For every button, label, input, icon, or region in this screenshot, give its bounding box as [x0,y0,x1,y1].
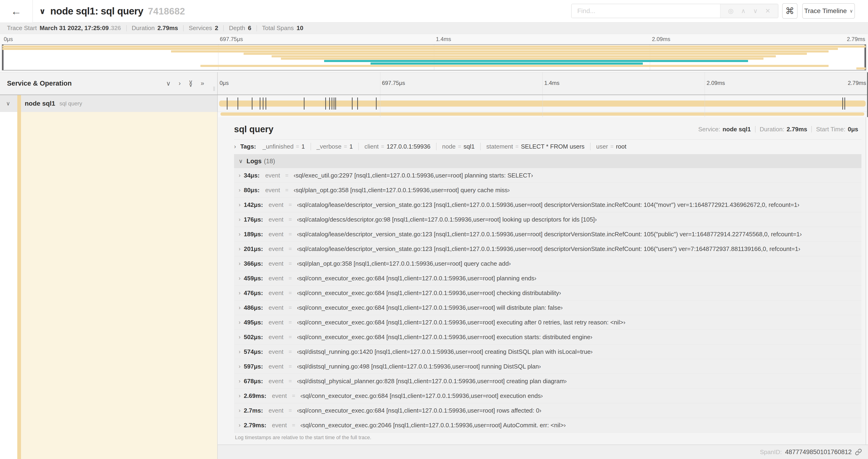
chevron-right-icon[interactable]: › [239,349,241,355]
minimap-span-bar [856,67,866,69]
collapse-trace-icon[interactable]: ∨ [39,6,46,16]
chevron-right-icon[interactable]: › [239,217,241,223]
minimap-canvas[interactable] [2,44,866,70]
log-row[interactable]: ›459μs:event=‹sql/conn_executor_exec.go:… [234,271,862,286]
log-timestamp: 495μs: [244,319,263,326]
detail-left-highlight-column [21,112,218,459]
log-marker-tick[interactable] [842,97,843,110]
log-timestamp: 678μs: [244,378,263,385]
span-row-node-sql1[interactable]: ∨ node sql1 sql query [0,95,868,112]
log-row[interactable]: ›189μs:event=‹sql/catalog/lease/descript… [234,227,862,242]
log-timestamp: 80μs: [244,187,260,194]
chevron-right-icon[interactable]: › [239,290,241,296]
log-row[interactable]: ›80μs:event=‹sql/plan_opt.go:358 [nsql1,… [234,183,862,198]
log-row[interactable]: ›2.69ms:event=‹sql/conn_executor_exec.go… [234,389,862,403]
expand-all-icon[interactable]: » [201,80,204,87]
log-marker-tick[interactable] [260,97,260,110]
expand-one-icon[interactable]: › [179,80,181,87]
minimap-right-drag-handle[interactable] [865,45,866,70]
log-marker-tick[interactable] [227,97,227,110]
collapse-one-icon[interactable]: ∨ [166,80,171,87]
link-icon[interactable] [855,449,862,456]
log-row[interactable]: ›366μs:event=‹sql/plan_opt.go:358 [nsql1… [234,256,862,271]
timeline-right-boundary[interactable] [867,72,868,117]
minimap-span-bar [272,55,776,57]
collapse-all-icon[interactable]: ∨∨ [189,80,193,86]
chevron-right-icon[interactable]: › [239,334,241,340]
log-field-key: event [269,245,283,253]
log-marker-tick[interactable] [263,97,264,110]
trace-view-selector[interactable]: Trace Timeline ∨ [802,3,855,19]
log-marker-tick[interactable] [252,97,252,110]
log-row[interactable]: ›142μs:event=‹sql/catalog/lease/descript… [234,198,862,212]
chevron-right-icon[interactable]: › [239,261,241,267]
log-row[interactable]: ›495μs:event=‹sql/conn_executor_exec.go:… [234,315,862,330]
chevron-right-icon[interactable]: › [239,305,241,311]
service-operation-header: Service & Operation ∨ › ∨∨ » ‖ [0,72,218,94]
log-marker-tick[interactable] [844,97,845,110]
log-row[interactable]: ›678μs:event=‹sql/distsql_physical_plann… [234,374,862,389]
chevron-right-icon[interactable]: › [239,378,241,384]
focus-target-icon[interactable]: ◎ [728,7,734,15]
log-marker-tick[interactable] [376,97,377,110]
log-row[interactable]: ›2.79ms:event=‹sql/conn_executor_exec.go… [234,418,862,433]
log-marker-tick[interactable] [334,97,334,110]
tags-accordion-header[interactable]: › Tags: _unfinished = 1 _verbose = 1 cli… [234,140,862,153]
log-field-value: ‹sql/conn_executor_exec.go:2046 [nsql1,c… [300,422,566,429]
log-row[interactable]: ›574μs:event=‹sql/distsql_running.go:142… [234,345,862,359]
logs-accordion-header[interactable]: ∨ Logs (18) [234,154,862,168]
span-row-name-column[interactable]: ∨ node sql1 sql query [0,95,218,112]
log-row[interactable]: ›486μs:event=‹sql/conn_executor_exec.go:… [234,300,862,315]
log-row[interactable]: ›2.7ms:event=‹sql/conn_executor_exec.go:… [234,403,862,418]
summary-label: Total Spans [262,25,294,32]
timeline-gridline [542,72,543,94]
axis-tick-label: 2.79ms [848,80,866,86]
clear-search-icon[interactable]: ✕ [765,7,771,15]
log-marker-tick[interactable] [325,97,326,110]
chevron-right-icon[interactable]: › [239,231,241,237]
prev-result-icon[interactable]: ∧ [741,7,746,15]
log-field-key: event [269,333,283,341]
timeline-gridline [542,112,543,117]
tag-key: user [596,143,608,150]
back-button[interactable]: ← [0,0,33,22]
log-row[interactable]: ›34μs:event=‹sql/exec_util.go:2297 [nsql… [234,168,862,183]
chevron-down-icon[interactable]: ∨ [6,95,10,112]
log-row[interactable]: ›201μs:event=‹sql/catalog/lease/descript… [234,242,862,256]
log-marker-tick[interactable] [329,97,330,110]
chevron-right-icon[interactable]: › [239,422,241,428]
log-marker-tick[interactable] [357,97,358,110]
log-row[interactable]: ›476μs:event=‹sql/conn_executor_exec.go:… [234,286,862,300]
minimap-span-bar [371,63,643,65]
next-result-icon[interactable]: ∨ [753,7,757,15]
chevron-right-icon[interactable]: › [239,407,241,414]
summary-value: 6 [248,25,251,32]
log-marker-tick[interactable] [335,97,336,110]
chevron-right-icon[interactable]: › [239,202,241,208]
keyboard-shortcuts-button[interactable]: ⌘ [782,3,798,19]
log-marker-tick[interactable] [332,97,332,110]
chevron-right-icon[interactable]: › [239,172,241,179]
log-row[interactable]: ›502μs:event=‹sql/conn_executor_exec.go:… [234,330,862,345]
equals-sign: = [289,334,292,340]
log-marker-tick[interactable] [304,97,305,110]
chevron-right-icon[interactable]: › [239,363,241,370]
chevron-right-icon[interactable]: › [239,275,241,282]
log-rows-list: ›34μs:event=‹sql/exec_util.go:2297 [nsql… [234,168,862,433]
log-marker-tick[interactable] [238,97,238,110]
tag-unfinished: _unfinished = 1 [262,143,305,150]
find-input[interactable] [572,4,720,18]
span-row-graph[interactable] [218,95,867,112]
log-marker-tick[interactable] [352,97,352,110]
log-marker-tick[interactable] [266,97,266,110]
log-field-value: ‹sql/conn_executor_exec.go:684 [nsql1,cl… [300,392,543,399]
meta-duration-value: 2.79ms [786,126,807,133]
log-row[interactable]: ›176μs:event=‹sql/catalog/descs/descript… [234,212,862,227]
column-resize-grip[interactable]: ‖ [213,85,215,93]
chevron-right-icon[interactable]: › [239,319,241,326]
timeline-gridline [380,112,380,117]
log-row[interactable]: ›597μs:event=‹sql/distsql_running.go:498… [234,359,862,374]
chevron-right-icon[interactable]: › [239,187,241,193]
chevron-right-icon[interactable]: › [239,393,241,399]
chevron-right-icon[interactable]: › [239,246,241,252]
